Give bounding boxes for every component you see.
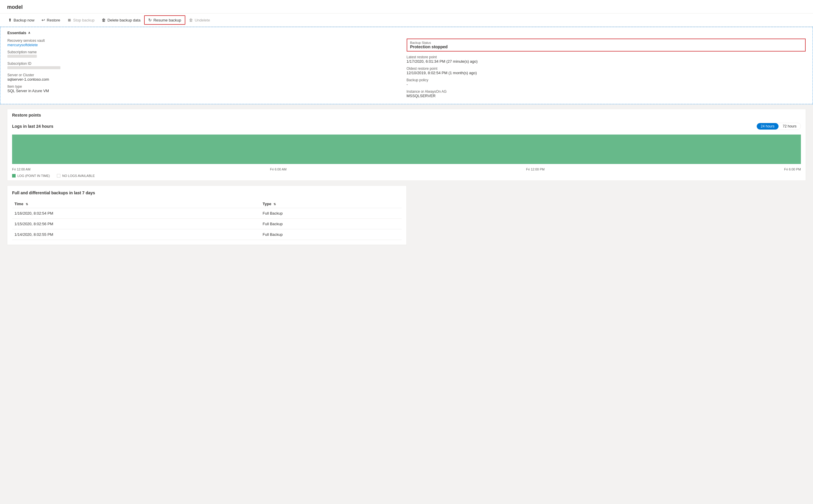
field-oldest-restore: Oldest restore point 12/10/2019, 8:02:54…: [407, 67, 806, 75]
cell-type: Full Backup: [260, 208, 401, 219]
full-diff-backups-title: Full and differential backups in last 7 …: [12, 190, 402, 195]
legend-dot-gray: [57, 174, 60, 178]
table-header-row: Time ⇅ Type ⇅: [12, 200, 402, 208]
cell-time: 1/14/2020, 8:02:55 PM: [12, 229, 260, 240]
col-time-header: Time ⇅: [12, 200, 260, 208]
chart-title: Logs in last 24 hours: [12, 124, 53, 129]
essentials-chevron-icon[interactable]: ∧: [28, 31, 30, 35]
col-type-header: Type ⇅: [260, 200, 401, 208]
chart-container: Logs in last 24 hours 24 hours 72 hours …: [7, 120, 806, 180]
undelete-button[interactable]: 🗑 Undelete: [185, 16, 214, 24]
backup-status-box: Backup Status Protection stopped: [407, 39, 806, 52]
field-recovery-vault: Recovery services vault mercurysoftdelet…: [7, 39, 407, 47]
essentials-grid: Recovery services vault mercurysoftdelet…: [7, 39, 806, 99]
time-toggle-72h-button[interactable]: 72 hours: [779, 123, 801, 130]
field-item-type: Item type SQL Server in Azure VM: [7, 84, 407, 93]
chart-bar: [12, 135, 801, 164]
chart-header: Logs in last 24 hours 24 hours 72 hours: [7, 120, 806, 132]
cell-type: Full Backup: [260, 219, 401, 229]
subscription-name-placeholder: [7, 55, 37, 58]
restore-icon: ↩: [42, 18, 45, 22]
subscription-id-placeholder: [7, 66, 60, 69]
time-toggle-24h-button[interactable]: 24 hours: [757, 123, 779, 130]
table-row: 1/14/2020, 8:02:55 PM Full Backup: [12, 229, 402, 240]
toolbar: ⬆ Backup now ↩ Restore ⏹ Stop backup 🗑 D…: [0, 14, 813, 27]
cell-time: 1/15/2020, 8:02:56 PM: [12, 219, 260, 229]
field-subscription-id: Subscription ID: [7, 62, 407, 70]
page-title: model: [0, 0, 813, 14]
backups-table: Time ⇅ Type ⇅ 1/16/2020, 8:02:54 PM Full…: [12, 200, 402, 240]
field-instance-ag: Instance or AlwaysOn AG MSSQLSERVER: [407, 89, 806, 98]
restore-points-card: Restore points Logs in last 24 hours 24 …: [7, 109, 806, 181]
legend-item-log: LOG (POINT IN TIME): [12, 174, 50, 178]
essentials-header: Essentials ∧: [7, 31, 806, 35]
recovery-vault-link[interactable]: mercurysoftdelete: [7, 43, 38, 47]
resume-backup-button[interactable]: ↻ Resume backup: [144, 15, 185, 25]
backup-now-icon: ⬆: [8, 18, 12, 22]
resume-backup-icon: ↻: [148, 18, 152, 22]
delete-backup-icon: 🗑: [102, 18, 106, 22]
main-content: Restore points Logs in last 24 hours 24 …: [0, 104, 813, 250]
table-row: 1/15/2020, 8:02:56 PM Full Backup: [12, 219, 402, 229]
restore-button[interactable]: ↩ Restore: [38, 16, 64, 24]
time-sort-icon[interactable]: ⇅: [26, 203, 28, 206]
chart-x-axis: Fri 12:00 AM Fri 6:00 AM Fri 12:00 PM Fr…: [7, 166, 806, 171]
table-row: 1/16/2020, 8:02:54 PM Full Backup: [12, 208, 402, 219]
stop-backup-icon: ⏹: [67, 18, 71, 22]
chart-legend: LOG (POINT IN TIME) NO LOGS AVAILABLE: [7, 171, 806, 180]
legend-dot-green: [12, 174, 16, 178]
full-diff-backups-section: Full and differential backups in last 7 …: [7, 185, 407, 245]
restore-points-title: Restore points: [7, 109, 806, 120]
backup-now-button[interactable]: ⬆ Backup now: [5, 16, 38, 24]
field-server-cluster: Server or Cluster sqlserver-1.contoso.co…: [7, 73, 407, 82]
type-sort-icon[interactable]: ⇅: [274, 203, 276, 206]
time-toggle: 24 hours 72 hours: [756, 123, 801, 130]
cell-type: Full Backup: [260, 229, 401, 240]
legend-item-no-logs: NO LOGS AVAILABLE: [57, 174, 95, 178]
chart-area: [12, 135, 801, 164]
cell-time: 1/16/2020, 8:02:54 PM: [12, 208, 260, 219]
essentials-left: Recovery services vault mercurysoftdelet…: [7, 39, 407, 99]
undelete-icon: 🗑: [189, 18, 193, 22]
field-subscription-name: Subscription name: [7, 50, 407, 59]
essentials-right: Backup Status Protection stopped Latest …: [407, 39, 806, 99]
bottom-row: Full and differential backups in last 7 …: [7, 185, 806, 245]
stop-backup-button[interactable]: ⏹ Stop backup: [64, 16, 98, 24]
field-backup-policy: Backup policy -: [407, 78, 806, 87]
delete-backup-data-button[interactable]: 🗑 Delete backup data: [98, 16, 144, 24]
essentials-section: Essentials ∧ Recovery services vault mer…: [0, 27, 813, 104]
field-latest-restore: Latest restore point 1/17/2020, 6:01:34 …: [407, 55, 806, 64]
